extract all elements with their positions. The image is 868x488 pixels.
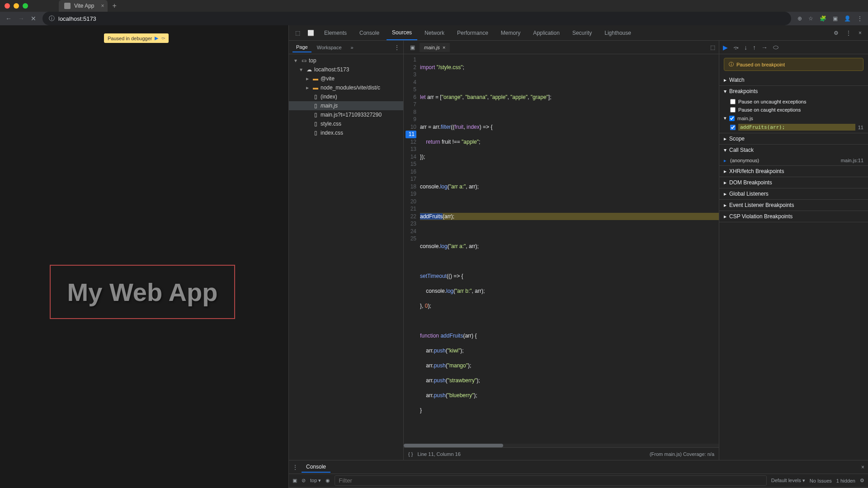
minimize-window-button[interactable] — [14, 3, 19, 9]
browser-tab[interactable]: Vite App × — [59, 0, 108, 12]
deactivate-bp-button[interactable]: ⬭ — [773, 43, 778, 51]
tab-elements[interactable]: Elements — [319, 26, 352, 40]
extensions-icon[interactable]: 🧩 — [820, 15, 826, 22]
close-devtools-icon[interactable]: × — [856, 30, 864, 36]
tab-title: Vite App — [74, 3, 94, 9]
close-tab-icon[interactable]: × — [101, 3, 104, 9]
step-overlay-icon[interactable]: ⤼ — [161, 35, 165, 41]
inspect-icon[interactable]: ⬚ — [292, 30, 303, 36]
page-nav-tab[interactable]: Page — [292, 42, 311, 52]
code-editor[interactable]: 1234567891011121314151617181920212223242… — [404, 54, 719, 444]
sidepanel-icon[interactable]: ▣ — [833, 15, 838, 22]
bp-file-checkbox[interactable] — [729, 116, 735, 121]
step-over-button[interactable]: ⤼ — [733, 44, 739, 51]
xhr-bp-section[interactable]: ▸XHR/fetch Breakpoints — [719, 166, 868, 177]
maximize-window-button[interactable] — [23, 3, 28, 9]
global-listeners-section[interactable]: ▸Global Listeners — [719, 188, 868, 199]
new-tab-button[interactable]: + — [108, 2, 121, 10]
step-out-button[interactable]: ↑ — [753, 44, 756, 51]
issues-button[interactable]: No Issues — [810, 478, 832, 483]
tree-file-stylecss[interactable]: ▯style.css — [289, 119, 403, 128]
tree-file-indexcss[interactable]: ▯index.css — [289, 128, 403, 137]
clear-console-icon[interactable]: ⊘ — [302, 478, 306, 483]
zoom-icon[interactable]: ⊕ — [797, 15, 802, 22]
url-text: localhost:5173 — [58, 15, 96, 22]
settings-icon[interactable]: ⚙ — [831, 30, 841, 36]
resume-overlay-icon[interactable]: ▶ — [155, 35, 158, 41]
console-filter-input[interactable] — [335, 475, 766, 486]
csp-bp-section[interactable]: ▸CSP Violation Breakpoints — [719, 211, 868, 222]
console-drawer-tab[interactable]: Console — [302, 462, 330, 473]
reload-button[interactable]: ✕ — [31, 15, 36, 22]
tree-top[interactable]: ▾▭top — [289, 56, 403, 65]
editor-tab[interactable]: main.js × — [420, 43, 450, 52]
editor-status-bar: { } Line 11, Column 16 (From main.js) Co… — [404, 447, 719, 460]
tree-file-mainjs-ts[interactable]: ▯main.js?t=171093327290 — [289, 110, 403, 119]
bookmark-icon[interactable]: ☆ — [808, 15, 813, 22]
coverage-status: (From main.js) Coverage: n/a — [650, 451, 714, 457]
titlebar: Vite App × + — [0, 0, 868, 12]
back-button[interactable]: ← — [5, 15, 12, 22]
nav-menu-icon[interactable]: ⋮ — [394, 44, 400, 51]
paused-status: ⓘ Paused on breakpoint — [724, 58, 863, 71]
levels-selector[interactable]: Default levels ▾ — [771, 478, 805, 483]
callstack-section[interactable]: ▾Call Stack — [719, 145, 868, 155]
gutter[interactable]: 1234567891011121314151617181920212223242… — [404, 54, 420, 444]
tree-file-index[interactable]: ▯(index) — [289, 92, 403, 101]
tab-network[interactable]: Network — [419, 26, 450, 40]
pause-uncaught-checkbox[interactable] — [730, 99, 736, 104]
callstack-frame[interactable]: (anonymous) main.js:11 — [719, 156, 868, 164]
debugger-panel: ▶ ⤼ ↓ ↑ → ⬭ ⓘ Paused on breakpoint — [719, 41, 868, 460]
close-window-button[interactable] — [5, 3, 10, 9]
more-icon[interactable]: ⋮ — [843, 30, 854, 36]
tab-performance[interactable]: Performance — [452, 26, 494, 40]
tab-sources[interactable]: Sources — [387, 26, 417, 40]
step-into-button[interactable]: ↓ — [744, 44, 747, 51]
live-expr-icon[interactable]: ◉ — [326, 478, 330, 483]
console-drawer: ⋮ Console × ▣ ⊘ top ▾ ◉ Default levels ▾… — [289, 460, 868, 488]
file-navigator: Page Workspace » ⋮ ▾▭top ▾☁localhost:517… — [289, 41, 404, 460]
tree-host[interactable]: ▾☁localhost:5173 — [289, 65, 403, 74]
tab-security[interactable]: Security — [567, 26, 597, 40]
format-icon[interactable]: { } — [408, 451, 413, 457]
console-menu-icon[interactable]: ⋮ — [292, 464, 302, 470]
hidden-count[interactable]: 1 hidden — [836, 478, 855, 483]
paused-in-debugger-overlay: Paused in debugger ▶ ⤼ — [104, 33, 169, 43]
step-button[interactable]: → — [761, 44, 768, 51]
coverage-icon[interactable]: ⬚ — [710, 44, 715, 51]
url-input[interactable]: ⓘ localhost:5173 — [42, 12, 791, 25]
tab-application[interactable]: Application — [528, 26, 565, 40]
toggle-nav-icon[interactable]: ▣ — [407, 44, 418, 51]
tree-vite[interactable]: ▸▬@vite — [289, 74, 403, 83]
profile-icon[interactable]: 👤 — [844, 15, 851, 22]
event-bp-section[interactable]: ▸Event Listener Breakpoints — [719, 200, 868, 211]
dom-bp-section[interactable]: ▸DOM Breakpoints — [719, 177, 868, 188]
context-selector[interactable]: top ▾ — [310, 478, 321, 483]
forward-button[interactable]: → — [18, 15, 24, 22]
site-info-icon[interactable]: ⓘ — [49, 14, 55, 23]
console-settings-icon[interactable]: ⚙ — [860, 478, 864, 483]
tree-file-mainjs[interactable]: ▯main.js — [289, 101, 403, 110]
workspace-nav-tab[interactable]: Workspace — [313, 43, 345, 52]
pause-caught-checkbox[interactable] — [730, 107, 736, 113]
breakpoints-section[interactable]: ▾Breakpoints — [719, 86, 868, 97]
page-heading: My Web App — [50, 265, 235, 319]
tree-nodemodules[interactable]: ▸▬node_modules/vite/dist/c — [289, 83, 403, 92]
device-icon[interactable]: ⬜ — [305, 30, 317, 36]
more-nav-icon[interactable]: » — [347, 43, 357, 52]
bp-item-checkbox[interactable] — [730, 125, 736, 130]
sidebar-toggle-icon[interactable]: ▣ — [292, 478, 297, 483]
tab-console[interactable]: Console — [354, 26, 385, 40]
close-file-icon[interactable]: × — [443, 45, 445, 50]
tab-lighthouse[interactable]: Lighthouse — [599, 26, 637, 40]
cursor-position: Line 11, Column 16 — [417, 451, 460, 457]
tab-memory[interactable]: Memory — [495, 26, 526, 40]
watch-section[interactable]: ▸Watch — [719, 75, 868, 85]
scope-section[interactable]: ▸Scope — [719, 133, 868, 144]
code-content[interactable]: import "/style.css"; let arr = ["orange"… — [420, 54, 719, 444]
menu-icon[interactable]: ⋮ — [857, 15, 863, 22]
resume-button[interactable]: ▶ — [723, 44, 728, 51]
horizontal-scrollbar[interactable] — [404, 444, 719, 447]
favicon-icon — [64, 3, 71, 9]
close-drawer-icon[interactable]: × — [861, 464, 864, 470]
